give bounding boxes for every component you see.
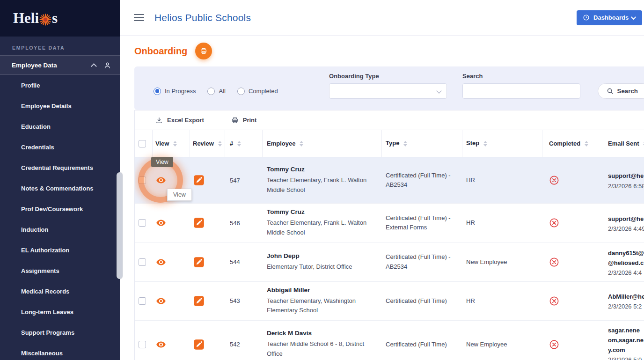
sun-logo-icon (39, 14, 51, 26)
eye-icon (155, 345, 167, 352)
status-radio-option[interactable]: In Progress (154, 88, 196, 95)
sidebar-item[interactable]: Support Programs (0, 322, 120, 343)
sort-icon[interactable] (173, 141, 177, 147)
not-completed-icon (549, 296, 559, 306)
email-address-line: @heliosed.c (608, 258, 644, 268)
onboarding-type-group: Onboarding Type (329, 73, 447, 99)
table-toolbar: Excel Export Print (135, 110, 644, 130)
excel-export-label: Excel Export (167, 117, 204, 123)
excel-export-button[interactable]: Excel Export (155, 117, 204, 124)
sidebar-item[interactable]: EL Authorization (0, 240, 120, 260)
sidebar-item[interactable]: Miscellaneous (0, 343, 120, 360)
sidebar-item-employee-data[interactable]: Employee Data (0, 55, 120, 75)
sort-icon[interactable] (585, 141, 588, 147)
sidebar: Heli s EMPLOYEE DATA Employee Data (0, 0, 120, 360)
print-page-button[interactable] (195, 43, 212, 59)
radio-icon[interactable] (154, 88, 161, 95)
not-completed-icon (549, 175, 559, 185)
sidebar-item[interactable]: Profile (0, 75, 120, 96)
sidebar-item-label: Employee Details (21, 103, 72, 110)
onboarding-type-label: Onboarding Type (329, 73, 447, 80)
not-completed-icon (549, 257, 559, 267)
person-icon (103, 61, 111, 69)
eye-icon (155, 262, 167, 269)
onboarding-type-value: Certificated (Full Time) - External Form… (382, 213, 462, 232)
sidebar-item[interactable]: Prof Dev/Coursework (0, 198, 120, 219)
view-button[interactable] (155, 257, 167, 268)
table-row: View View (135, 157, 644, 204)
email-address-line: om,sagar.ne (608, 335, 644, 345)
sidebar-item-label: Long-term Leaves (21, 309, 73, 316)
sidebar-item-label: Credential Requirements (21, 164, 93, 171)
sidebar-item[interactable]: Medical Records (0, 281, 120, 301)
app-logo[interactable]: Heli s (0, 0, 120, 37)
table-row: View View (135, 243, 644, 282)
view-button[interactable] (155, 217, 167, 228)
edit-icon (193, 223, 205, 230)
dashboards-button[interactable]: Dashboards (577, 10, 642, 25)
search-input[interactable] (462, 83, 580, 99)
sidebar-toggle-icon[interactable] (134, 14, 144, 22)
row-checkbox[interactable] (139, 258, 146, 266)
view-button[interactable] (155, 295, 167, 307)
sidebar-item-label: Education (21, 123, 51, 130)
print-label: Print (243, 117, 257, 123)
sidebar-item[interactable]: Credential Requirements (0, 157, 120, 178)
sidebar-item-label: EL Authorization (21, 247, 69, 254)
sort-icon[interactable] (237, 141, 241, 147)
review-button[interactable] (193, 295, 205, 307)
sort-icon[interactable] (300, 141, 303, 147)
view-button[interactable] (155, 175, 167, 186)
sidebar-item[interactable]: Notes & Commendations (0, 178, 120, 198)
row-checkbox[interactable] (139, 219, 146, 227)
status-radio-option[interactable]: Completed (237, 88, 278, 95)
sidebar-item[interactable]: Induction (0, 219, 120, 240)
step-value: HR (462, 218, 542, 228)
clock-icon (583, 14, 590, 21)
sort-icon[interactable] (403, 141, 407, 147)
sidebar-item[interactable]: Credentials (0, 137, 120, 157)
select-all-checkbox[interactable] (139, 140, 146, 147)
app-root: Heli s EMPLOYEE DATA Employee Data (0, 0, 644, 360)
email-sent-date: 2/3/2026 5:2 (608, 303, 644, 310)
review-button[interactable] (193, 256, 205, 268)
eye-icon (155, 180, 167, 187)
sidebar-item[interactable]: Assignments (0, 260, 120, 281)
row-checkbox[interactable] (139, 341, 146, 348)
edit-icon (193, 181, 205, 188)
status-radio-option[interactable]: All (207, 88, 225, 95)
radio-icon[interactable] (237, 88, 245, 95)
review-button[interactable] (193, 174, 205, 186)
onboarding-type-value: Certificated (Full Time) (382, 296, 462, 306)
employee-title: Teacher Elementary, Washington Elementar… (267, 296, 375, 316)
table-row: View View (135, 321, 644, 360)
sidebar-scrollbar-thumb[interactable] (117, 172, 123, 279)
sidebar-item[interactable]: Long-term Leaves (0, 301, 120, 322)
sort-icon[interactable] (218, 141, 222, 147)
eye-icon (155, 301, 167, 308)
radio-icon[interactable] (207, 88, 215, 95)
row-number: 544 (225, 258, 263, 265)
search-button-label: Search (617, 88, 638, 95)
row-checkbox[interactable] (139, 176, 146, 184)
column-header-step: Step (466, 139, 479, 148)
row-checkbox[interactable] (139, 297, 146, 305)
sort-icon[interactable] (483, 141, 487, 147)
search-button[interactable]: Search (598, 83, 644, 99)
employee-title: Teacher Elementary, Frank L. Walton Midd… (267, 218, 375, 238)
review-button[interactable] (193, 217, 205, 229)
view-button[interactable] (155, 339, 167, 350)
email-address-line: danny615t@ (608, 248, 644, 258)
onboarding-type-select[interactable] (329, 83, 447, 99)
email-address-line: AbMiller@he (608, 292, 644, 301)
print-table-button[interactable]: Print (231, 117, 257, 124)
column-header-email-sent: Email Sent (608, 140, 639, 147)
search-group: Search (462, 73, 580, 99)
employee-name: Tommy Cruz (267, 208, 375, 215)
review-button[interactable] (193, 338, 205, 351)
printer-icon (231, 117, 239, 124)
sidebar-item[interactable]: Education (0, 116, 120, 137)
sidebar-item[interactable]: Employee Details (0, 96, 120, 116)
printer-icon (200, 47, 207, 55)
dashboards-label: Dashboards (593, 14, 629, 21)
